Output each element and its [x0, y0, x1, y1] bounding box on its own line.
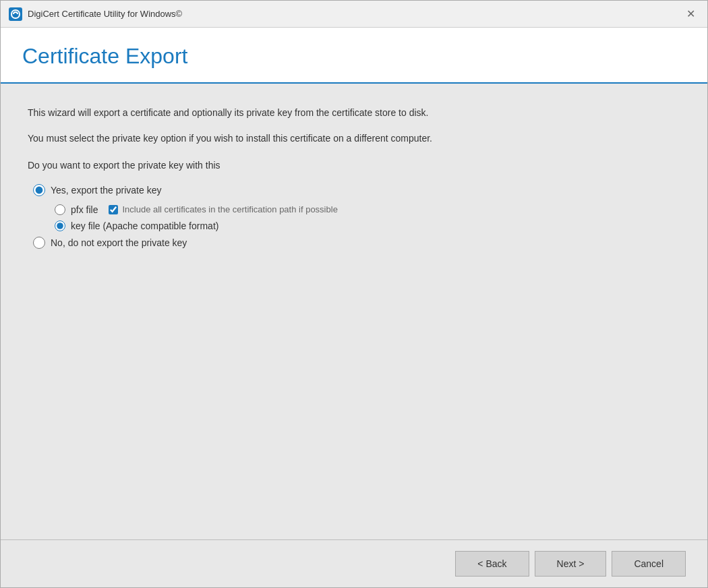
pfx-checkbox-container: Include all certificates in the certific… [109, 204, 337, 214]
options-container: Yes, export the private key pfx file Inc… [33, 184, 680, 249]
cancel-button[interactable]: Cancel [612, 551, 686, 577]
content-section: This wizard will export a certificate an… [1, 84, 707, 539]
header-section: Certificate Export [1, 28, 707, 84]
next-button[interactable]: Next > [535, 551, 607, 577]
title-bar-text: DigiCert Certificate Utility for Windows… [28, 9, 182, 19]
page-title: Certificate Export [22, 44, 686, 69]
pfx-include-label: Include all certificates in the certific… [122, 204, 337, 214]
pfx-include-checkbox[interactable] [109, 205, 118, 214]
main-window: DigiCert Certificate Utility for Windows… [0, 0, 708, 588]
digicert-icon [9, 7, 22, 21]
footer-section: < Back Next > Cancel [1, 539, 707, 587]
no-export-option[interactable]: No, do not export the private key [33, 237, 680, 249]
question-text: Do you want to export the private key wi… [28, 160, 680, 171]
pfx-file-option[interactable]: pfx file [55, 204, 98, 215]
pfx-file-radio[interactable] [55, 204, 65, 215]
no-export-label: No, do not export the private key [51, 237, 187, 248]
key-file-option[interactable]: key file (Apache compatible format) [55, 220, 680, 231]
description-text-1: This wizard will export a certificate an… [28, 105, 680, 120]
yes-export-option[interactable]: Yes, export the private key [33, 184, 680, 196]
back-button[interactable]: < Back [455, 551, 529, 577]
description-text-2: You must select the private key option i… [28, 131, 680, 146]
pfx-file-label: pfx file [71, 204, 98, 215]
yes-export-label: Yes, export the private key [51, 185, 161, 196]
sub-options: pfx file Include all certificates in the… [55, 204, 680, 231]
key-file-label: key file (Apache compatible format) [71, 220, 218, 231]
key-file-radio[interactable] [55, 220, 65, 231]
title-bar: DigiCert Certificate Utility for Windows… [1, 1, 707, 28]
title-bar-left: DigiCert Certificate Utility for Windows… [9, 7, 182, 21]
close-button[interactable]: ✕ [682, 7, 699, 21]
no-export-radio[interactable] [33, 237, 45, 249]
pfx-row: pfx file Include all certificates in the… [55, 204, 680, 215]
yes-export-radio[interactable] [33, 184, 45, 196]
